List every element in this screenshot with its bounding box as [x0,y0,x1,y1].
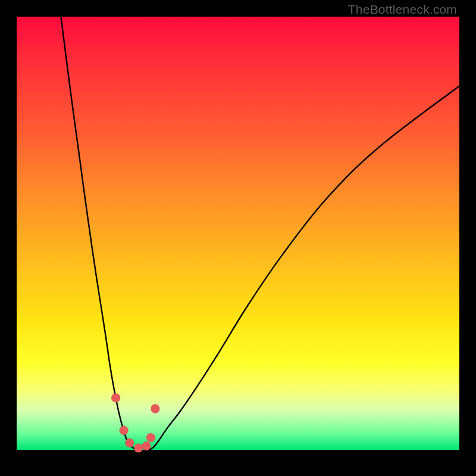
curve-marker [142,441,151,450]
curve-markers [111,393,159,452]
curve-marker [151,404,159,413]
curve-marker [146,433,155,442]
curve-right-branch [149,86,459,450]
curve-marker [125,439,134,447]
curve-left-branch [61,17,136,450]
chart-svg [17,17,459,450]
curve-marker [120,426,129,435]
curve-marker [134,444,143,453]
curve-marker [111,393,120,402]
watermark-text: TheBottleneck.com [348,2,457,17]
chart-frame [17,17,459,459]
